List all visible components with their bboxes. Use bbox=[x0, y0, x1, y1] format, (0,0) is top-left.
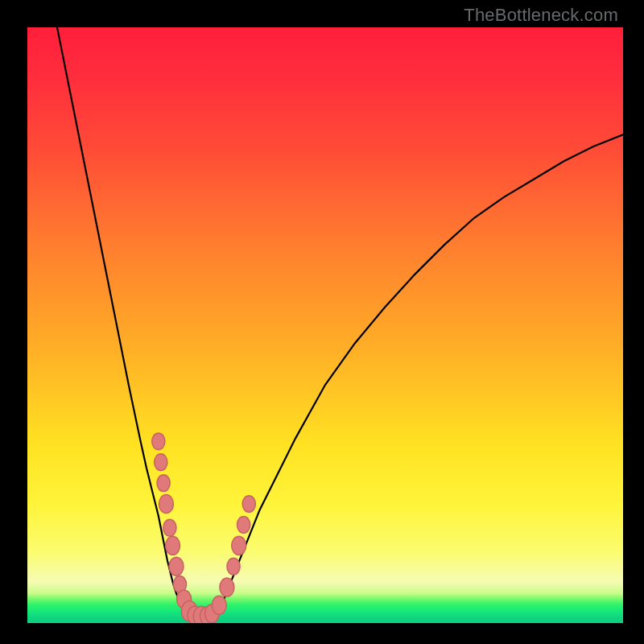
plot-area bbox=[27, 27, 623, 623]
marker-point bbox=[169, 557, 184, 576]
marker-point bbox=[155, 454, 167, 471]
curve-svg bbox=[27, 27, 623, 623]
chart-canvas: TheBottleneck.com bbox=[0, 0, 644, 644]
marker-point bbox=[177, 590, 192, 609]
marker-point bbox=[181, 601, 197, 621]
marker-point bbox=[200, 607, 214, 623]
watermark-text: TheBottleneck.com bbox=[464, 5, 618, 26]
marker-point bbox=[157, 475, 170, 492]
marker-point bbox=[193, 606, 209, 623]
marker-point bbox=[163, 519, 176, 536]
marker-point bbox=[173, 576, 186, 593]
marker-point bbox=[237, 517, 250, 534]
marker-point bbox=[212, 596, 226, 614]
marker-point bbox=[242, 496, 255, 513]
marker-group bbox=[152, 433, 256, 623]
marker-point bbox=[232, 536, 246, 555]
marker-point bbox=[227, 558, 240, 575]
bottleneck-curve bbox=[57, 27, 623, 618]
marker-point bbox=[166, 536, 180, 555]
marker-point bbox=[152, 433, 165, 450]
marker-point bbox=[159, 495, 173, 514]
marker-point bbox=[188, 606, 202, 623]
marker-point bbox=[220, 578, 234, 597]
marker-point bbox=[204, 605, 219, 623]
